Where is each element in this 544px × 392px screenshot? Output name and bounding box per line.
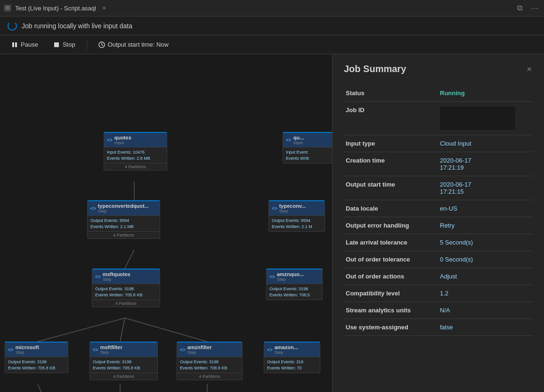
- node-microsoft-step[interactable]: <> microsoft Step Output Events: 3198 Ev…: [5, 342, 68, 373]
- step-icon8: <>: [267, 347, 273, 352]
- input-icon: <>: [107, 138, 113, 143]
- summary-value-system-assigned: false: [438, 319, 533, 336]
- summary-row-system-assigned: Use system-assigned false: [344, 319, 533, 336]
- node-quotes1-subtitle: Input: [114, 140, 131, 145]
- tab-close-button[interactable]: ×: [100, 4, 108, 12]
- node-quotes2-subtitle: Input: [293, 140, 304, 145]
- status-banner-text: Job running locally with live input data: [22, 22, 132, 30]
- node-amznquotes[interactable]: <> amznquo... Step Output Events: 3198 E…: [266, 269, 323, 300]
- node-amznquotes-output: Output Events: 3198: [269, 286, 319, 292]
- title-bar: Test (Live Input) - Script.asaql × ⧉ ⋯: [0, 0, 544, 16]
- node-amazon-subtitle: Step: [275, 350, 298, 355]
- step-icon5: <>: [8, 347, 14, 352]
- node-typeconverted1-output: Output Events: 9594: [90, 218, 157, 224]
- summary-row-outoforder-act: Out of order actions Adjust: [344, 268, 533, 285]
- svg-line-8: [102, 45, 103, 46]
- more-actions-icon[interactable]: ⋯: [529, 3, 540, 14]
- node-microsoft-step-subtitle: Step: [16, 350, 39, 355]
- node-quotes1-events-written: Events Written: 2.8 MB: [107, 155, 164, 162]
- summary-header: Job Summary ×: [344, 64, 533, 75]
- node-quotes2-input-events: Input Event:: [286, 149, 332, 155]
- pause-button[interactable]: Pause: [8, 39, 42, 50]
- node-microsoft-step-title: microsoft: [16, 344, 39, 350]
- job-id-redacted: [440, 106, 515, 130]
- stop-icon: [53, 41, 60, 48]
- svg-rect-1: [5, 8, 10, 8]
- step-icon3: <>: [95, 274, 101, 279]
- step-icon6: <>: [93, 347, 98, 352]
- node-amznquotes-written: Events Written: 708.5: [269, 292, 319, 298]
- summary-value-outputerror: Retry: [438, 217, 533, 234]
- summary-value-outoforder-act: Adjust: [438, 268, 533, 285]
- canvas-area[interactable]: <> quotes Input Input Events: 10476 Even…: [0, 54, 332, 392]
- summary-label-system-assigned: Use system-assigned: [344, 319, 438, 336]
- loading-spinner: [8, 21, 17, 31]
- summary-row-inputtype: Input type Cloud Input: [344, 135, 533, 152]
- summary-row-latearrival: Late arrival tolerance 5 Second(s): [344, 234, 533, 251]
- summary-label-latearrival: Late arrival tolerance: [344, 234, 438, 251]
- summary-label-datalocale: Data locale: [344, 200, 438, 217]
- node-microsoft-step-output: Output Events: 3198: [8, 359, 65, 365]
- node-amznfilter-subtitle: Step: [187, 350, 212, 355]
- node-typeconverted2[interactable]: <> typeconv... Step Output Events: 9594 …: [268, 200, 325, 232]
- step-icon7: <>: [180, 347, 186, 352]
- tab-title: Test (Live Input) - Script.asaql: [15, 5, 96, 12]
- input-icon2: <>: [286, 138, 292, 143]
- node-microsoft-step-written: Events Written: 705.8 KB: [8, 365, 65, 371]
- summary-label-status: Status: [344, 85, 438, 102]
- node-msftquotes-title: msftquotes: [103, 271, 130, 277]
- node-msftfilter[interactable]: <> msftfilter Step Output Events: 3198 E…: [89, 342, 158, 380]
- node-typeconverted2-title: typeconv...: [279, 203, 306, 209]
- node-typeconverted2-subtitle: Step: [279, 209, 306, 213]
- step-icon4: <>: [269, 274, 275, 279]
- step-icon2: <>: [272, 206, 277, 211]
- node-msftfilter-output: Output Events: 3198: [93, 359, 154, 365]
- stop-button[interactable]: Stop: [49, 39, 79, 50]
- node-msftquotes[interactable]: <> msftquotes Step Output Events: 3198 E…: [92, 269, 160, 307]
- summary-value-inputtype: Cloud Input: [438, 135, 533, 152]
- svg-line-10: [125, 250, 134, 269]
- node-msftquotes-subtitle: Step: [103, 277, 130, 282]
- summary-row-sau: Stream analytics units N/A: [344, 302, 533, 319]
- node-typeconverted1[interactable]: <> typeconvertedquot... Step Output Even…: [87, 200, 160, 239]
- summary-row-outoforder-tol: Out of order tolerance 0 Second(s): [344, 251, 533, 268]
- summary-value-compat: 1.2: [438, 285, 533, 302]
- svg-rect-3: [12, 42, 14, 47]
- main-content: <> quotes Input Input Events: 10476 Even…: [0, 54, 544, 392]
- node-amznfilter[interactable]: <> amznfilter Step Output Events: 3198 E…: [177, 342, 243, 380]
- node-quotes1[interactable]: <> quotes Input Input Events: 10476 Even…: [104, 132, 167, 171]
- pause-label: Pause: [21, 41, 38, 48]
- title-bar-left: Test (Live Input) - Script.asaql ×: [4, 4, 108, 12]
- summary-close-button[interactable]: ×: [526, 64, 533, 75]
- summary-row-jobid: Job ID: [344, 102, 533, 135]
- summary-value-creationtime: 2020-06-1717:21:19: [438, 152, 533, 176]
- summary-title: Job Summary: [344, 64, 406, 74]
- stop-label: Stop: [63, 41, 75, 48]
- node-quotes1-title: quotes: [114, 135, 131, 140]
- split-editor-icon[interactable]: ⧉: [515, 3, 524, 13]
- summary-value-status: Running: [438, 85, 533, 102]
- summary-row-compat: Compatibility level 1.2: [344, 285, 533, 302]
- output-start-time-button[interactable]: Output start time: Now: [95, 39, 172, 50]
- menu-icon[interactable]: [4, 4, 11, 12]
- node-typeconverted1-footer: 4 Partitions: [88, 231, 160, 238]
- svg-line-13: [125, 318, 207, 342]
- pause-icon: [11, 41, 18, 48]
- node-amazon-output: Output Events: 319: [267, 359, 317, 365]
- node-quotes1-input-events: Input Events: 10476: [107, 149, 164, 155]
- node-msftquotes-output: Output Events: 3198: [95, 286, 157, 292]
- svg-rect-4: [15, 42, 17, 47]
- svg-line-12: [120, 318, 125, 342]
- node-typeconverted2-output: Output Events: 9594: [272, 218, 322, 224]
- node-amazon[interactable]: <> amazon... Step Output Events: 319 Eve…: [264, 342, 320, 373]
- node-msftquotes-footer: 4 Partitions: [92, 300, 160, 307]
- node-msftfilter-written: Events Written: 705.8 KB: [93, 365, 154, 371]
- title-bar-right: ⧉ ⋯: [515, 3, 540, 14]
- summary-value-latearrival: 5 Second(s): [438, 234, 533, 251]
- node-amazon-written: Events Written: 70: [267, 365, 317, 371]
- summary-row-datalocale: Data locale en-US: [344, 200, 533, 217]
- summary-label-jobid: Job ID: [344, 102, 438, 135]
- node-quotes2[interactable]: <> qu... Input Input Event: Events Writt…: [283, 132, 332, 163]
- status-banner: Job running locally with live input data: [0, 16, 544, 35]
- summary-row-outputstarttime: Output start time 2020-06-1717:21:15: [344, 176, 533, 200]
